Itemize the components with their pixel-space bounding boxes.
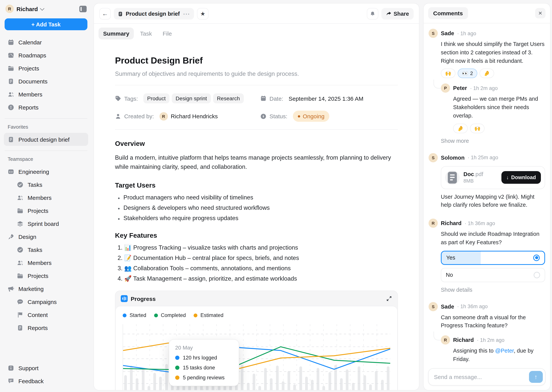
mention-link[interactable]: @Peter bbox=[495, 348, 514, 354]
more-options-icon[interactable]: ··· bbox=[183, 11, 190, 17]
comment-header: SSade· 1h ago bbox=[429, 29, 545, 38]
sidebar-item-campaigns[interactable]: Campaigns bbox=[4, 295, 88, 308]
sidebar-item-tasks[interactable]: Tasks bbox=[4, 243, 88, 256]
sidebar-item-label: Members bbox=[28, 194, 51, 201]
status-badge[interactable]: Ongoing bbox=[293, 111, 329, 122]
reaction-emoji-icon: 🙌 bbox=[445, 71, 451, 76]
members-icon bbox=[17, 194, 23, 201]
sidebar-item-marketing[interactable]: Marketing bbox=[4, 282, 88, 295]
message-input[interactable]: Send a message... ↑ bbox=[428, 368, 545, 385]
comments-list: SSade· 1h agoI think we should simplify … bbox=[424, 23, 550, 364]
comment-thread: SSolomon· 1h 25m agoDoc.pdf8MB↓DownloadU… bbox=[429, 153, 545, 210]
sidebar-item-engineering[interactable]: Engineering bbox=[4, 165, 88, 178]
legend-item-estimated: Estimated bbox=[194, 312, 224, 318]
key-features-list: 📊 Progress Tracking – visualize tasks wi… bbox=[115, 244, 398, 282]
add-task-button[interactable]: + Add Task bbox=[5, 18, 87, 30]
sidebar-item-documents[interactable]: Documents bbox=[4, 75, 88, 88]
send-button[interactable]: ↑ bbox=[529, 371, 543, 383]
sidebar-item-roadmaps[interactable]: Roadmaps bbox=[4, 49, 88, 62]
page-subtitle: Summary of objectives and requirements t… bbox=[115, 70, 398, 77]
sidebar-item-tasks[interactable]: Tasks bbox=[4, 178, 88, 191]
status-label: Status: bbox=[269, 113, 287, 119]
sidebar-item-label: Support bbox=[18, 365, 38, 371]
reaction-pill[interactable]: 👀2 bbox=[458, 69, 477, 78]
favorite-star-button[interactable]: ★ bbox=[197, 8, 209, 20]
sidebar-item-projects[interactable]: Projects bbox=[4, 269, 88, 282]
poll-radio[interactable] bbox=[534, 272, 540, 278]
reaction-pill[interactable]: 🤌 bbox=[453, 123, 468, 133]
tag-chip[interactable]: Product bbox=[143, 93, 170, 103]
show-more-link[interactable]: Show more bbox=[441, 138, 545, 144]
comment-header: SSade· 1h 36m ago bbox=[429, 302, 545, 311]
divider bbox=[115, 85, 398, 85]
created-by-row: Created by: R Richard Hendricks bbox=[115, 111, 253, 122]
download-button[interactable]: ↓Download bbox=[501, 171, 541, 184]
sidebar-item-product-design-brief[interactable]: Product design brief bbox=[4, 133, 88, 146]
user-name[interactable]: Richard bbox=[16, 6, 38, 12]
sidebar-footer: SupportFeedback bbox=[4, 361, 88, 387]
attachment-card[interactable]: Doc.pdf8MB↓Download bbox=[441, 166, 545, 189]
file-icon bbox=[445, 170, 460, 185]
sidebar-item-reports[interactable]: Reports bbox=[4, 321, 88, 334]
reaction-pill[interactable]: 🙌 bbox=[470, 123, 485, 133]
sidebar-item-label: Projects bbox=[18, 65, 39, 71]
poll-radio[interactable] bbox=[533, 254, 540, 261]
legend-dot bbox=[123, 313, 126, 317]
sidebar-item-label: Reports bbox=[28, 324, 48, 331]
comment-header: RRichard· 1h 36m ago bbox=[429, 219, 545, 228]
sidebar-item-projects[interactable]: Projects bbox=[4, 204, 88, 217]
tag-chip[interactable]: Research bbox=[213, 93, 244, 103]
comment-text: User Journey Mapping v2 (link). Might he… bbox=[441, 193, 545, 210]
sidebar-item-calendar[interactable]: Calendar bbox=[4, 35, 88, 49]
poll-option-yes[interactable]: Yes bbox=[441, 251, 545, 265]
tab-task[interactable]: Task bbox=[136, 28, 157, 39]
sidebar-item-label: Design bbox=[18, 233, 36, 240]
meta-grid: Tags: ProductDesign sprintResearch Date:… bbox=[115, 93, 398, 122]
document-icon bbox=[118, 11, 123, 17]
target-user-item: Stakeholders who require progress update… bbox=[123, 215, 398, 222]
reaction-pill[interactable]: 🤌 bbox=[479, 69, 494, 78]
doc-title-pill[interactable]: Product design brief ··· bbox=[114, 8, 194, 20]
tab-bar: SummaryTaskFile bbox=[94, 24, 419, 43]
tooltip-row: 120 hrs logged bbox=[175, 355, 233, 361]
back-button[interactable]: ← bbox=[99, 8, 111, 20]
comments-header: Comments ✕ bbox=[424, 3, 550, 23]
sidebar-item-design[interactable]: Design bbox=[4, 230, 88, 243]
sidebar-item-members[interactable]: Members bbox=[4, 256, 88, 269]
comment-time: · 1h 2m ago bbox=[477, 337, 504, 343]
collapse-sidebar-icon[interactable] bbox=[79, 6, 87, 12]
sidebar-item-support[interactable]: Support bbox=[4, 361, 88, 374]
main-topbar: ← Product design brief ··· ★ Share bbox=[94, 3, 419, 23]
comment-time: · 1h 36m ago bbox=[457, 304, 488, 309]
comment-time: · 1h 2m ago bbox=[470, 85, 498, 91]
show-details-link[interactable]: Show details bbox=[441, 287, 545, 293]
sidebar-item-members[interactable]: Members bbox=[4, 88, 88, 101]
expand-icon[interactable] bbox=[386, 295, 392, 302]
sidebar-item-feedback[interactable]: Feedback bbox=[4, 374, 88, 387]
chart-legend: StartedCompletedEstimated bbox=[123, 312, 390, 318]
comment-thread: SSade· 1h 36m agoCan someone draft a vis… bbox=[429, 302, 545, 364]
sidebar-item-sprint-board[interactable]: Sprint board bbox=[4, 217, 88, 230]
page-title: Product Design Brief bbox=[115, 56, 398, 66]
sidebar-item-members[interactable]: Members bbox=[4, 191, 88, 204]
attachment-info: Doc.pdf8MB bbox=[464, 171, 483, 184]
sidebar-item-projects[interactable]: Projects bbox=[4, 62, 88, 75]
tab-summary[interactable]: Summary bbox=[99, 28, 134, 39]
legend-label: Started bbox=[130, 312, 146, 318]
chevron-down-icon[interactable] bbox=[40, 6, 44, 11]
reaction-pill[interactable]: 🙌 bbox=[441, 69, 455, 78]
share-button[interactable]: Share bbox=[381, 8, 414, 20]
tab-file[interactable]: File bbox=[158, 28, 176, 39]
notifications-button[interactable] bbox=[367, 8, 378, 20]
comment-header: PPeter· 1h 2m ago bbox=[441, 84, 545, 93]
comment-author: Sade bbox=[441, 30, 454, 36]
tags-row: Tags: ProductDesign sprintResearch bbox=[115, 93, 253, 104]
sidebar-item-label: Projects bbox=[28, 207, 48, 214]
avatar: R bbox=[441, 335, 450, 344]
tag-chip[interactable]: Design sprint bbox=[172, 93, 211, 103]
sidebar-item-content[interactable]: Content bbox=[4, 308, 88, 321]
line-chart[interactable]: 20 May 120 hrs logged15 tasks done5 pend… bbox=[123, 324, 390, 390]
sidebar-item-reports[interactable]: Reports bbox=[4, 101, 88, 114]
poll-option-no[interactable]: No bbox=[441, 268, 545, 282]
close-icon[interactable]: ✕ bbox=[535, 8, 545, 18]
